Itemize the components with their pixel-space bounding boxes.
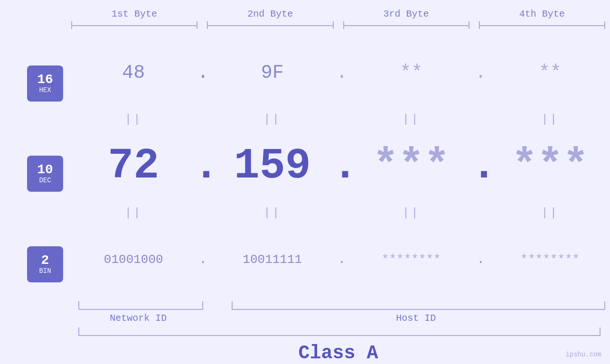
- byte4-header: 4th Byte: [474, 9, 610, 19]
- equals-row-1: || || || ||: [74, 112, 610, 127]
- dec-sep1: .: [194, 142, 213, 190]
- big-bracket: [78, 327, 601, 336]
- dec-byte4-cell: ***: [490, 142, 610, 190]
- labels-row: Network ID Host ID: [74, 313, 610, 324]
- bin-badge-num: 2: [41, 254, 49, 267]
- bin-row: 01001000 . 10011111 . ******** .: [74, 220, 610, 299]
- hex-byte2-cell: 9F: [213, 62, 333, 84]
- network-id-label: Network ID: [74, 313, 203, 324]
- top-bracket-4: [479, 21, 605, 29]
- bin-byte2-value: 10011111: [243, 252, 302, 267]
- dec-row: 72 . 159 . *** . ***: [74, 127, 610, 205]
- eq2-b3: ||: [351, 206, 471, 219]
- dec-sep2: .: [332, 142, 351, 190]
- hex-byte1-value: 48: [122, 62, 145, 84]
- dec-badge-num: 10: [37, 163, 53, 177]
- dec-badge: 10 DEC: [27, 156, 63, 192]
- hex-byte4-value: **: [539, 62, 562, 84]
- net-bracket: [78, 301, 203, 310]
- byte-headers-row: 1st Byte 2nd Byte 3rd Byte 4th Byte: [0, 9, 610, 19]
- dec-byte3-cell: ***: [351, 142, 471, 190]
- hex-byte3-cell: **: [351, 62, 471, 84]
- big-bracket-container: [0, 327, 610, 336]
- hex-byte4-cell: **: [490, 62, 610, 84]
- dec-sep3: .: [471, 142, 490, 190]
- hex-sep3: .: [471, 62, 490, 84]
- bin-badge-label: BIN: [39, 267, 51, 275]
- bin-sep3: .: [471, 252, 490, 267]
- host-id-label: Host ID: [222, 313, 610, 324]
- class-row: Class A: [0, 343, 610, 364]
- host-bracket: [232, 301, 606, 310]
- bottom-brackets-area: [74, 301, 610, 310]
- main-grid: 16 HEX 10 DEC 2 BIN 48 .: [0, 34, 610, 324]
- equals-row-2: || || || ||: [74, 205, 610, 220]
- top-bracket-3: [343, 21, 469, 29]
- hex-badge-num: 16: [37, 73, 53, 86]
- bin-sep1: .: [194, 252, 213, 267]
- dec-badge-label: DEC: [39, 177, 51, 184]
- bin-byte2-cell: 10011111: [213, 252, 333, 267]
- dec-byte1-value: 72: [108, 142, 159, 190]
- dec-byte3-value: ***: [373, 142, 450, 190]
- hex-badge-label: HEX: [39, 86, 51, 94]
- badges-column: 16 HEX 10 DEC 2 BIN: [17, 34, 74, 324]
- dec-byte4-value: ***: [512, 142, 589, 190]
- eq2-b2: ||: [213, 206, 333, 219]
- bin-byte4-cell: ********: [490, 252, 610, 267]
- eq2-b4: ||: [490, 206, 610, 219]
- bin-byte1-cell: 01001000: [74, 252, 194, 267]
- dec-byte2-value: 159: [234, 142, 311, 190]
- eq1-b3: ||: [351, 113, 471, 126]
- eq2-b1: ||: [74, 206, 194, 219]
- bin-byte4-value: ********: [520, 252, 580, 267]
- top-bracket-2: [207, 21, 333, 29]
- bin-sep2: .: [332, 252, 351, 267]
- hex-badge: 16 HEX: [27, 65, 63, 102]
- bin-byte3-value: ********: [382, 252, 441, 267]
- hex-row: 48 . 9F . ** . **: [74, 34, 610, 112]
- top-brackets-row: [0, 21, 610, 29]
- byte1-header: 1st Byte: [66, 9, 202, 19]
- bin-badge: 2 BIN: [27, 246, 63, 282]
- watermark: ipshu.com: [565, 351, 601, 358]
- values-area: 48 . 9F . ** . **: [74, 34, 610, 324]
- eq1-b4: ||: [490, 113, 610, 126]
- eq1-b2: ||: [213, 113, 333, 126]
- hex-byte1-cell: 48: [74, 62, 194, 84]
- hex-byte2-value: 9F: [261, 62, 284, 84]
- hex-byte3-value: **: [400, 62, 422, 84]
- hex-sep1: .: [194, 62, 213, 84]
- bin-byte1-value: 01001000: [104, 252, 163, 267]
- byte2-header: 2nd Byte: [202, 9, 338, 19]
- eq1-b1: ||: [74, 113, 194, 126]
- hex-sep2: .: [332, 62, 351, 84]
- bin-byte3-cell: ********: [351, 252, 471, 267]
- byte3-header: 3rd Byte: [338, 9, 474, 19]
- top-bracket-1: [71, 21, 197, 29]
- dec-byte2-cell: 159: [213, 142, 333, 190]
- dec-byte1-cell: 72: [74, 142, 194, 190]
- class-label: Class A: [298, 343, 378, 364]
- main-container: 1st Byte 2nd Byte 3rd Byte 4th Byte 16 H…: [0, 0, 610, 364]
